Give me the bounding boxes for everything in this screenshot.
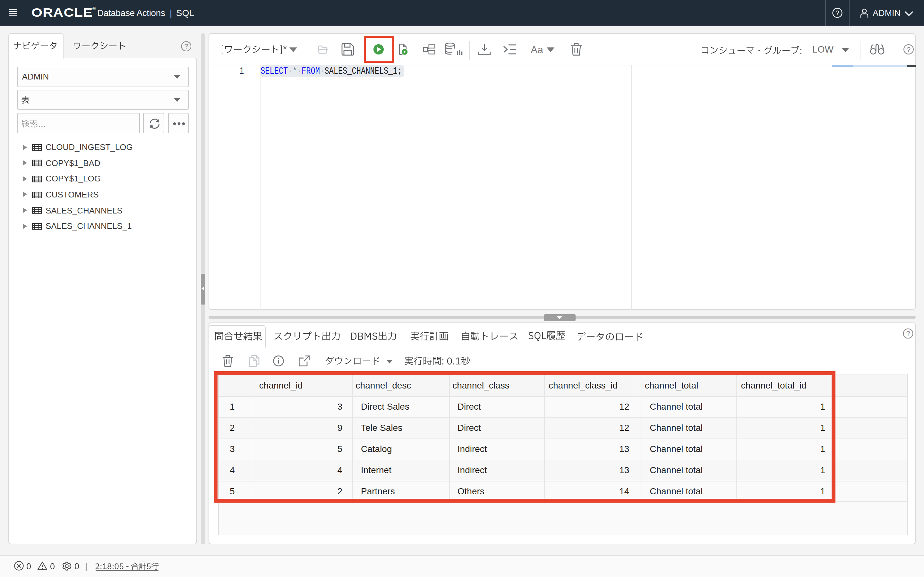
svg-text:?: ?	[906, 329, 909, 337]
svg-text:?: ?	[184, 42, 188, 50]
svg-text:?: ?	[835, 9, 839, 16]
svg-text:?: ?	[907, 45, 911, 53]
